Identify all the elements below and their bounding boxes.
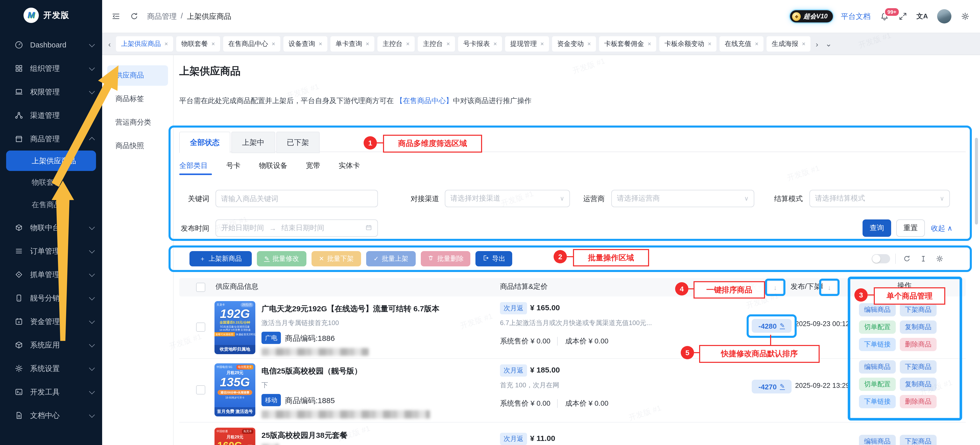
close-icon[interactable]: ×	[319, 40, 322, 48]
batch-onshelf-button[interactable]: ✓批量上架	[366, 251, 416, 266]
tab-withdraw[interactable]: 提现管理×	[505, 36, 549, 52]
split-order-config-button[interactable]: 切单配置	[859, 378, 896, 391]
tab-onsale-center[interactable]: 在售商品中心×	[223, 36, 280, 52]
sort-value-editor[interactable]: -4270✎	[752, 380, 792, 393]
copy-goods-button[interactable]: 复制商品	[900, 320, 937, 334]
subside-item-supply-goods[interactable]: 供应商品	[107, 65, 168, 86]
sidebar-subitem-iot-plan[interactable]: 物联套餐	[0, 171, 102, 193]
select-all-checkbox[interactable]	[196, 283, 205, 292]
sidebar-item-dashboard[interactable]: Dashboard	[0, 33, 102, 57]
tab-console-1[interactable]: 主控台×	[377, 36, 415, 52]
close-icon[interactable]: ×	[648, 40, 651, 48]
category-tab-iot-device[interactable]: 物联设备	[259, 161, 288, 171]
batch-offshelf-button[interactable]: ✕批量下架	[312, 251, 361, 266]
tab-balance-change[interactable]: 卡板余额变动×	[659, 36, 716, 52]
close-icon[interactable]: ×	[272, 40, 275, 48]
sidebar-item-permission[interactable]: 权限管理	[0, 80, 102, 104]
subside-item-operator-category[interactable]: 营运商分类	[107, 112, 168, 133]
edit-goods-button[interactable]: 编辑商品	[859, 435, 896, 445]
tab-console-2[interactable]: 主控台×	[418, 36, 455, 52]
tab-iot-plan[interactable]: 物联套餐×	[176, 36, 220, 52]
category-tab-sim[interactable]: 号卡	[226, 161, 240, 171]
close-icon[interactable]: ×	[212, 40, 215, 48]
order-link-button[interactable]: 下单链接	[859, 395, 896, 408]
table-settings-gear-icon[interactable]	[935, 255, 944, 264]
operator-select[interactable]: 请选择运营商∨	[611, 190, 754, 207]
sidebar-item-doc-center[interactable]: 文档中心	[0, 404, 102, 427]
tab-poster[interactable]: 生成海报×	[767, 36, 810, 52]
keyword-input[interactable]	[215, 190, 378, 207]
sidebar-item-grab-orders[interactable]: 抓单管理	[0, 263, 102, 286]
export-button[interactable]: 导出	[476, 251, 512, 266]
close-icon[interactable]: ×	[708, 40, 711, 48]
collapse-filters-link[interactable]: 收起 ∧	[931, 219, 953, 237]
close-icon[interactable]: ×	[493, 40, 497, 48]
tab-online-recharge[interactable]: 在线充值×	[719, 36, 764, 52]
edit-goods-button[interactable]: 编辑商品	[859, 303, 896, 317]
sidebar-item-goods[interactable]: 商品管理	[0, 127, 102, 150]
channel-select[interactable]: 请选择对接渠道∨	[445, 190, 570, 207]
table-density-icon[interactable]	[919, 255, 928, 264]
sidebar-item-dev-tools[interactable]: 开发工具	[0, 380, 102, 404]
batch-delete-button[interactable]: 批量删除	[421, 251, 470, 266]
row-checkbox[interactable]	[196, 323, 205, 332]
tab-commission[interactable]: 卡板套餐佣金×	[599, 36, 656, 52]
onsale-center-link[interactable]: 【在售商品中心】	[396, 97, 453, 105]
product-title[interactable]: 25版高校校园月38元套餐	[261, 431, 347, 440]
tab-listed-goods[interactable]: 上架供应商品×	[116, 36, 173, 52]
close-icon[interactable]: ×	[540, 40, 544, 48]
offshelf-goods-button[interactable]: 下架商品	[900, 435, 937, 445]
product-image[interactable]: 中国联通免充卡 月租29元 160G全国	[215, 428, 255, 445]
sidebar-item-system-settings[interactable]: 系统设置	[0, 357, 102, 380]
product-title[interactable]: 广电天龙29元192G【在线选号】流量可结转 6.7版本	[261, 304, 439, 314]
edit-goods-button[interactable]: 编辑商品	[859, 360, 896, 374]
sort-value-editor[interactable]: -4280✎	[752, 319, 792, 333]
close-icon[interactable]: ×	[755, 40, 758, 48]
tabs-scroll-right-icon[interactable]: ›	[813, 40, 820, 48]
sidebar-item-orders[interactable]: 订单管理	[0, 239, 102, 263]
sidebar-item-iot-platform[interactable]: 物联中台	[0, 216, 102, 239]
subside-item-goods-snapshot[interactable]: 商品快照	[107, 136, 168, 156]
tab-fund-change[interactable]: 资金变动×	[552, 36, 596, 52]
batch-edit-button[interactable]: ✎批量修改	[257, 251, 306, 266]
category-tab-broadband[interactable]: 宽带	[306, 161, 320, 171]
add-goods-button[interactable]: ＋上架新商品	[189, 251, 252, 266]
offshelf-goods-button[interactable]: 下架商品	[900, 360, 937, 374]
sidebar-subitem-onsale-center[interactable]: 在售商品中	[0, 193, 102, 216]
sidebar-item-org[interactable]: 组织管理	[0, 57, 102, 80]
sort-all-display-button[interactable]: ↓	[768, 282, 782, 293]
notification-bell-icon[interactable]: 99+	[880, 12, 889, 21]
category-tab-all[interactable]: 全部类目	[179, 161, 208, 171]
tabs-scroll-left-icon[interactable]: ‹	[106, 40, 113, 48]
sidebar-item-funds[interactable]: ¥ 资金管理	[0, 310, 102, 333]
close-icon[interactable]: ×	[164, 40, 168, 48]
close-icon[interactable]: ×	[406, 40, 410, 48]
order-link-button[interactable]: 下单链接	[859, 338, 896, 351]
reset-button[interactable]: 重置	[896, 219, 925, 237]
tabs-dropdown-icon[interactable]: ⌄	[823, 39, 834, 49]
tab-card-query[interactable]: 单卡查询×	[331, 36, 374, 52]
platform-docs-link[interactable]: 平台文档	[841, 11, 870, 21]
settle-mode-select[interactable]: 请选择结算模式∨	[810, 190, 950, 207]
sidebar-item-number-resale[interactable]: 靓号分销	[0, 286, 102, 310]
table-option-toggle[interactable]	[872, 254, 890, 263]
publish-time-range-picker[interactable]: 开始日期时间 → 结束日期时间	[215, 219, 378, 237]
sidebar-subitem-listed-goods[interactable]: 上架供应商品	[6, 150, 96, 171]
product-title[interactable]: 电信25版高校校园（靓号版）	[261, 366, 362, 376]
delete-goods-button[interactable]: 删除商品	[900, 338, 937, 351]
refresh-icon[interactable]	[130, 12, 139, 21]
status-tab-all[interactable]: 全部状态	[179, 131, 230, 153]
sidebar-item-system-apps[interactable]: 系统应用	[0, 333, 102, 357]
tab-device-query[interactable]: 设备查询×	[283, 36, 327, 52]
sidebar-item-channel[interactable]: 渠道管理	[0, 104, 102, 127]
offshelf-goods-button[interactable]: 下架商品	[900, 303, 937, 317]
split-order-config-button[interactable]: 切单配置	[859, 320, 896, 334]
scrollbar-thumb[interactable]	[975, 138, 978, 225]
settings-gear-icon[interactable]	[961, 12, 970, 21]
close-icon[interactable]: ×	[446, 40, 450, 48]
tab-card-report[interactable]: 号卡报表×	[458, 36, 502, 52]
subside-item-goods-tags[interactable]: 商品标签	[107, 89, 168, 109]
collapse-sidebar-icon[interactable]	[111, 12, 121, 21]
category-tab-physical-card[interactable]: 实体卡	[339, 161, 360, 171]
delete-goods-button[interactable]: 删除商品	[900, 395, 937, 408]
